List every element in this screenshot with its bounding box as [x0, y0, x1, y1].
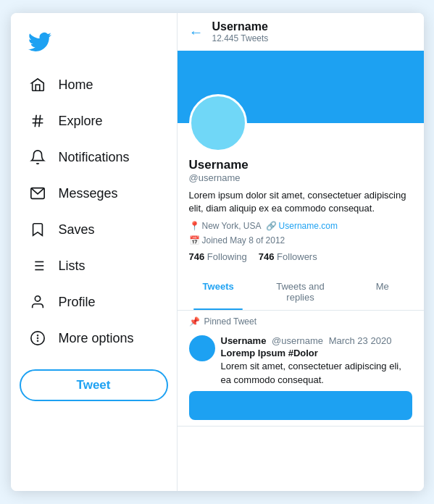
tweet-content: Username @username March 23 2020 Loremp … — [221, 335, 412, 386]
header-tweet-count: 12.445 Tweets — [212, 33, 269, 43]
tweet-author-handle: @username — [272, 335, 323, 346]
sidebar-item-label-lists: Lists — [59, 259, 85, 274]
tweet-avatar — [189, 335, 215, 361]
profile-website[interactable]: 🔗 Username.com — [266, 221, 338, 231]
tweet-button[interactable]: Tweet — [20, 369, 168, 401]
followers-count: 746 — [259, 251, 275, 262]
following-count: 746 — [189, 251, 205, 262]
sidebar-logo — [20, 25, 168, 68]
profile-header-bar: ← Username 12.445 Tweets — [178, 13, 424, 51]
back-button[interactable]: ← — [189, 24, 204, 41]
following-stat[interactable]: 746 Following — [189, 251, 247, 262]
svg-point-16 — [37, 335, 38, 336]
tweets-section[interactable]: 📌 Pinned Tweet Username @username March … — [178, 311, 424, 491]
person-icon — [28, 293, 47, 311]
profile-display-name: Username — [189, 158, 412, 172]
pin-icon: 📌 — [189, 316, 200, 327]
app-container: Home Explore Notifications Messeges Save… — [11, 13, 424, 491]
tweet-author-line: Username @username March 23 2020 — [221, 335, 412, 346]
home-icon — [28, 75, 47, 94]
cover-photo — [178, 51, 424, 123]
profile-tabs: TweetsTweets and repliesMe — [178, 274, 424, 311]
bell-icon — [28, 148, 47, 167]
twitter-logo-icon — [28, 30, 51, 54]
profile-joined: 📅 Joined May 8 of 2012 — [189, 235, 285, 245]
svg-point-17 — [37, 338, 38, 339]
avatar — [189, 94, 247, 152]
profile-stats: 746 Following 746 Followers — [189, 251, 412, 262]
tab-replies[interactable]: Tweets and replies — [259, 274, 341, 310]
sidebar: Home Explore Notifications Messeges Save… — [11, 13, 178, 491]
profile-bio: Lorem ipsum dolor sit amet, consectetuer… — [189, 189, 412, 215]
mail-icon — [28, 184, 47, 203]
svg-line-3 — [38, 115, 40, 127]
nav-list: Home Explore Notifications Messeges Save… — [20, 68, 168, 358]
tab-more[interactable]: Me — [341, 274, 423, 310]
sidebar-item-label-profile: Profile — [59, 295, 96, 310]
link-icon: 🔗 — [266, 221, 277, 231]
list-icon — [28, 256, 47, 275]
tweet-author-name: Username — [221, 335, 267, 346]
sidebar-item-explore[interactable]: Explore — [20, 104, 168, 138]
tweet-date: March 23 2020 — [329, 335, 392, 346]
sidebar-item-messages[interactable]: Messeges — [20, 177, 168, 210]
header-info: Username 12.445 Tweets — [212, 20, 269, 43]
header-username: Username — [212, 20, 269, 33]
svg-line-2 — [35, 115, 36, 127]
profile-location: 📍 New York, USA — [189, 221, 262, 231]
more-icon — [28, 329, 47, 348]
tab-tweets[interactable]: Tweets — [178, 274, 259, 310]
sidebar-item-label-more: More options — [59, 331, 134, 346]
sidebar-item-label-messages: Messeges — [59, 186, 118, 201]
sidebar-item-label-explore: Explore — [59, 114, 103, 129]
sidebar-item-label-home: Home — [59, 77, 93, 93]
sidebar-item-notifications[interactable]: Notifications — [20, 140, 168, 174]
profile-meta: 📍 New York, USA 🔗 Username.com 📅 Joined … — [189, 221, 412, 245]
calendar-icon: 📅 — [189, 235, 200, 245]
sidebar-item-profile[interactable]: Profile — [20, 285, 168, 319]
svg-point-11 — [35, 296, 40, 301]
profile-handle: @username — [189, 172, 412, 183]
followers-stat[interactable]: 746 Followers — [259, 251, 317, 262]
tweet-title: Loremp Ipsum #Dolor — [221, 348, 412, 358]
pinned-header: 📌 Pinned Tweet — [178, 311, 424, 329]
tweet-card[interactable]: Username @username March 23 2020 Loremp … — [178, 329, 424, 426]
tweet-button-label: Tweet — [77, 378, 111, 392]
pinned-label: Pinned Tweet — [204, 316, 257, 327]
sidebar-item-label-saves: Saves — [59, 222, 95, 238]
sidebar-item-label-notifications: Notifications — [59, 150, 130, 165]
profile-panel: ← Username 12.445 Tweets Username @usern… — [178, 13, 424, 491]
tweet-image-preview — [189, 391, 412, 420]
sidebar-item-lists[interactable]: Lists — [20, 249, 168, 282]
sidebar-item-saves[interactable]: Saves — [20, 213, 168, 246]
tweet-top: Username @username March 23 2020 Loremp … — [189, 335, 412, 386]
location-icon: 📍 — [189, 221, 200, 231]
sidebar-item-home[interactable]: Home — [20, 68, 168, 101]
hashtag-icon — [28, 112, 47, 130]
svg-point-18 — [37, 340, 38, 341]
sidebar-item-more[interactable]: More options — [20, 322, 168, 355]
tweet-text: Lorem sit amet, consectetuer adipiscing … — [221, 360, 412, 386]
bookmark-icon — [28, 220, 47, 239]
